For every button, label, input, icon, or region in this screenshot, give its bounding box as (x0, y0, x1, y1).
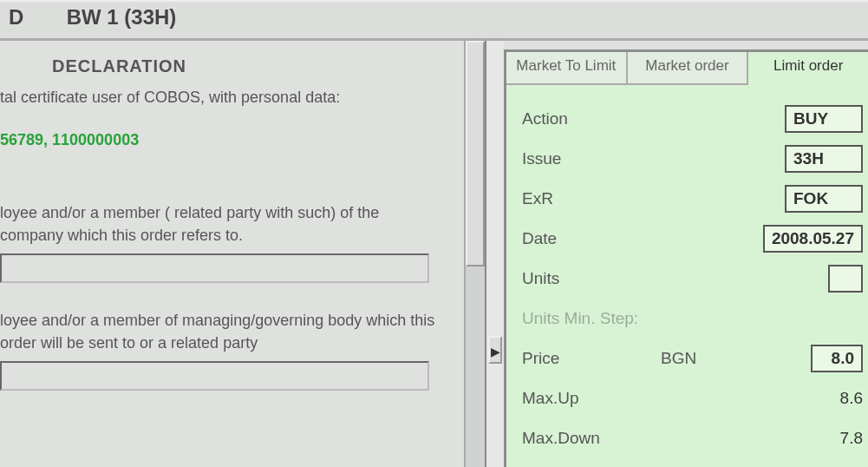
label-units: Units (522, 269, 661, 288)
input-issue[interactable]: 33H (785, 145, 863, 173)
row-maxup: Max.Up 8.6 (522, 384, 863, 413)
declaration-intro: tal certificate user of COBOS, with pers… (0, 89, 447, 107)
declaration-personal-data: 56789, 1100000003 (0, 131, 447, 149)
vertical-scrollbar[interactable] (464, 41, 486, 467)
select-action[interactable]: BUY (785, 105, 863, 133)
input-units[interactable] (828, 265, 863, 293)
label-price: Price (522, 349, 661, 368)
main: DECLARATION tal certificate user of COBO… (0, 41, 868, 467)
title-left: D (9, 5, 61, 30)
label-date: Date (522, 229, 661, 248)
tab-market-order[interactable]: Market order (628, 52, 749, 83)
label-exr: ExR (522, 189, 661, 208)
input-price[interactable]: 8.0 (811, 345, 863, 372)
label-issue: Issue (522, 149, 661, 168)
order-tabs: Market To Limit Market order Limit order (506, 52, 868, 85)
row-exr: ExR FOK (522, 184, 863, 214)
row-issue: Issue 33H (522, 144, 863, 174)
order-panel: Market To Limit Market order Limit order… (504, 49, 868, 467)
row-units-step: Units Min. Step: (522, 304, 863, 333)
row-units: Units (522, 264, 863, 293)
splitter: ▶ (486, 41, 504, 467)
title-right: BW 1 (33H) (67, 5, 177, 29)
row-date: Date 2008.05.27 (522, 224, 863, 253)
label-action: Action (522, 109, 661, 128)
declaration-para-2: loyee and/or a member of managing/govern… (0, 309, 447, 354)
row-price: Price BGN 8.0 (522, 344, 863, 373)
tab-limit-order[interactable]: Limit order (748, 52, 868, 85)
declaration-input-1[interactable] (0, 253, 429, 283)
declaration-heading: DECLARATION (52, 56, 447, 76)
collapse-right-icon[interactable]: ▶ (488, 336, 502, 364)
declaration-pane: DECLARATION tal certificate user of COBO… (0, 41, 464, 467)
select-exr[interactable]: FOK (785, 185, 863, 213)
label-units-step: Units Min. Step: (522, 309, 638, 328)
tab-market-to-limit[interactable]: Market To Limit (506, 52, 628, 83)
label-maxdown: Max.Down (522, 429, 661, 448)
declaration-input-2[interactable] (0, 361, 429, 391)
input-date[interactable]: 2008.05.27 (763, 225, 863, 253)
value-maxdown: 7.8 (802, 429, 863, 448)
label-currency: BGN (661, 349, 721, 368)
title-bar: D BW 1 (33H) (0, 0, 868, 41)
scrollbar-thumb[interactable] (466, 41, 485, 266)
label-maxup: Max.Up (522, 389, 661, 408)
row-action: Action BUY (522, 104, 863, 134)
row-maxdown: Max.Down 7.8 (522, 424, 863, 453)
value-maxup: 8.6 (802, 389, 863, 408)
declaration-para-1: loyee and/or a member ( related party wi… (0, 201, 447, 247)
order-fields: Action BUY Issue 33H ExR FOK Date 2008.0… (506, 104, 868, 453)
